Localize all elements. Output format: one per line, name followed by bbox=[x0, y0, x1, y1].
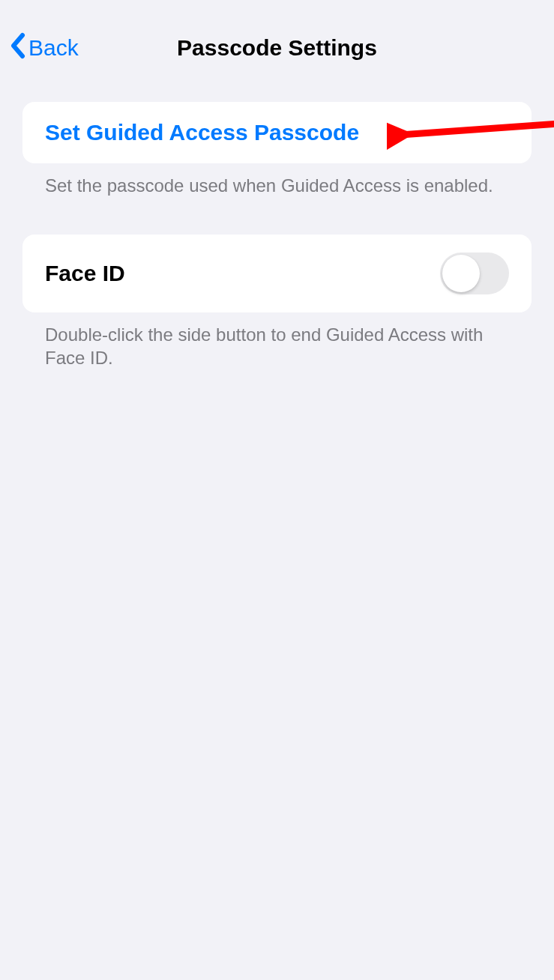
page-title: Passcode Settings bbox=[12, 35, 542, 61]
set-passcode-cell[interactable]: Set Guided Access Passcode bbox=[22, 102, 532, 163]
content-area: Set Guided Access Passcode Set the passc… bbox=[0, 73, 554, 370]
back-label: Back bbox=[28, 35, 79, 61]
toggle-knob bbox=[442, 255, 480, 292]
set-passcode-label: Set Guided Access Passcode bbox=[45, 120, 359, 145]
face-id-label: Face ID bbox=[45, 261, 125, 286]
header-bar: Back Passcode Settings bbox=[0, 0, 554, 73]
section-set-passcode: Set Guided Access Passcode bbox=[22, 102, 532, 163]
back-button[interactable]: Back bbox=[9, 32, 79, 64]
chevron-left-icon bbox=[9, 32, 28, 64]
face-id-group: Face ID bbox=[22, 235, 532, 312]
face-id-cell: Face ID bbox=[22, 235, 532, 312]
face-id-toggle[interactable] bbox=[440, 252, 509, 294]
face-id-footer: Double-click the side button to end Guid… bbox=[22, 312, 532, 369]
set-passcode-footer: Set the passcode used when Guided Access… bbox=[22, 163, 532, 197]
section-face-id: Face ID Double-click the side button to … bbox=[22, 235, 532, 369]
